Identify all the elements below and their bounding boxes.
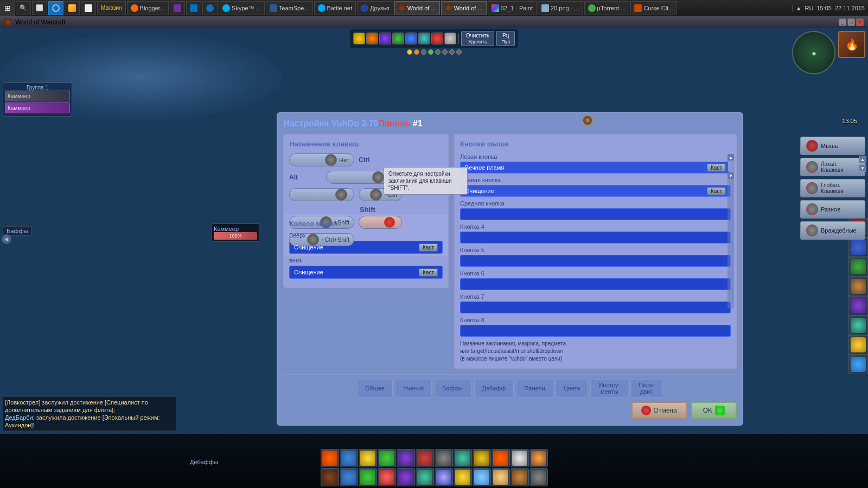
action-btn-9[interactable] bbox=[473, 449, 491, 467]
panel-close-button[interactable]: ✕ bbox=[582, 115, 593, 126]
rp-btn-local-keys[interactable]: Локал.Клавиши bbox=[800, 158, 865, 176]
scroll-arrow-up[interactable]: ▲ bbox=[727, 154, 734, 160]
scroll-thumb[interactable] bbox=[728, 161, 733, 172]
hud-icon-cross[interactable] bbox=[431, 33, 443, 44]
hud-dot-1[interactable] bbox=[407, 49, 412, 55]
action-btn-5[interactable] bbox=[397, 449, 415, 467]
action-btn-31[interactable] bbox=[510, 468, 529, 486]
taskbar-item-battlenet[interactable]: Battle.net bbox=[314, 1, 356, 15]
hud-icon-diamond[interactable] bbox=[379, 33, 391, 44]
action-btn-32[interactable] bbox=[529, 468, 548, 486]
tab-move[interactable]: Пере-двиг. bbox=[630, 379, 663, 397]
tab-general[interactable]: Общее bbox=[357, 379, 393, 397]
rp-btn-misc[interactable]: Разное bbox=[800, 200, 865, 219]
hud-clear-btn[interactable]: ОчиститьУдалить bbox=[461, 31, 495, 46]
key-input-red[interactable] bbox=[359, 216, 402, 229]
hud-icon-skull[interactable] bbox=[444, 33, 456, 44]
mouse-cast-btn-1[interactable]: Каст bbox=[707, 187, 726, 195]
taskbar-item-paint[interactable]: 02_1 - Paint bbox=[488, 1, 537, 15]
scroll-arrow-down[interactable]: ▼ bbox=[727, 172, 734, 179]
hud-dot-4[interactable] bbox=[428, 49, 433, 55]
maximize-button[interactable]: □ bbox=[847, 18, 855, 26]
minimize-button[interactable]: _ bbox=[839, 18, 846, 26]
unit-frame-1[interactable]: Каммеер bbox=[5, 91, 70, 101]
tab-skills[interactable]: Умения bbox=[395, 379, 432, 397]
mouse-btn-spell-7[interactable] bbox=[460, 325, 731, 337]
mouse-cast-btn-0[interactable]: Каст bbox=[707, 164, 726, 172]
mouse-btn-spell-1[interactable]: Очищение Каст bbox=[460, 185, 731, 197]
taskbar-item-wow2[interactable]: World of ... bbox=[441, 1, 487, 15]
hud-dot-6[interactable] bbox=[442, 49, 448, 55]
mouse-btn-spell-3[interactable] bbox=[460, 232, 731, 243]
hud-icon-star[interactable] bbox=[353, 33, 365, 44]
action-btn-22[interactable] bbox=[340, 468, 358, 486]
scroll-up-btn[interactable]: ▲ bbox=[859, 156, 866, 163]
taskbar-item-task[interactable]: ⬜ bbox=[32, 1, 47, 15]
taskbar-item-outlook[interactable] bbox=[186, 1, 201, 15]
hud-icon-moon[interactable] bbox=[418, 33, 430, 44]
hud-icon-triangle[interactable] bbox=[392, 33, 404, 44]
taskbar-item-curse[interactable]: Curse Cli... bbox=[630, 1, 676, 15]
action-btn-2[interactable] bbox=[340, 449, 358, 467]
action-btn-12[interactable] bbox=[529, 449, 548, 467]
rp-btn-hostile[interactable]: Враждебные bbox=[800, 221, 865, 240]
key-input-alt[interactable] bbox=[326, 171, 391, 184]
action-btn-21[interactable] bbox=[321, 468, 339, 486]
action-btn-3[interactable] bbox=[359, 449, 377, 467]
action-btn-11[interactable] bbox=[510, 449, 529, 467]
taskbar-item-onenote[interactable] bbox=[170, 1, 185, 15]
ra-icon-7[interactable] bbox=[848, 335, 868, 355]
action-btn-28[interactable] bbox=[454, 468, 472, 486]
mouse-btn-spell-0[interactable]: Вечное пламя Каст bbox=[460, 162, 731, 174]
tab-buffs[interactable]: Баффы bbox=[434, 379, 471, 397]
taskbar-item-explorer[interactable] bbox=[65, 1, 80, 15]
hud-pull-btn[interactable]: РцПул bbox=[496, 31, 515, 46]
hud-dot-2[interactable] bbox=[414, 49, 419, 55]
action-btn-29[interactable] bbox=[473, 468, 491, 486]
action-btn-25[interactable] bbox=[397, 468, 415, 486]
taskbar-item-wow1[interactable]: World of ... bbox=[394, 1, 440, 15]
cancel-button[interactable]: Отмена bbox=[631, 402, 687, 419]
portrait-frame[interactable]: 🔥 bbox=[838, 31, 865, 58]
ok-button[interactable]: OK bbox=[691, 402, 737, 419]
red-dot-icon[interactable] bbox=[384, 217, 395, 228]
taskbar-item-utorrent[interactable]: μTorrent ... bbox=[584, 1, 630, 15]
taskbar-item-skype[interactable]: Skype™ ... bbox=[219, 1, 265, 15]
taskbar-item-blogger[interactable]: Blogger... bbox=[127, 1, 169, 15]
hud-dot-7[interactable] bbox=[449, 49, 455, 55]
la-btn-1[interactable]: ◀ bbox=[2, 234, 11, 244]
ra-icon-4[interactable] bbox=[848, 277, 868, 296]
mouse-btn-spell-5[interactable] bbox=[460, 278, 731, 290]
hud-dot-3[interactable] bbox=[421, 49, 426, 55]
ra-icon-3[interactable] bbox=[848, 257, 868, 277]
hud-dot-5[interactable] bbox=[435, 49, 441, 55]
minimap[interactable]: ⬥ bbox=[792, 31, 835, 74]
key-input-none[interactable]: Нет bbox=[289, 153, 354, 166]
action-btn-1[interactable] bbox=[321, 449, 339, 467]
action-btn-10[interactable] bbox=[492, 449, 510, 467]
action-btn-4[interactable] bbox=[378, 449, 396, 467]
hud-icon-square[interactable] bbox=[405, 33, 417, 44]
action-btn-27[interactable] bbox=[435, 468, 453, 486]
wheel-up-cast-btn[interactable]: Каст bbox=[419, 243, 438, 252]
action-btn-23[interactable] bbox=[359, 468, 377, 486]
taskbar-item-store[interactable]: Магазин bbox=[97, 1, 126, 15]
taskbar-item-ie2[interactable] bbox=[202, 1, 218, 15]
wheel-down-spell[interactable]: Очищение Каст bbox=[289, 266, 443, 279]
ra-icon-5[interactable] bbox=[848, 296, 868, 316]
action-btn-7[interactable] bbox=[435, 449, 453, 467]
taskbar-item-mail[interactable] bbox=[81, 1, 96, 15]
tab-panels[interactable]: Панели bbox=[516, 379, 553, 397]
action-btn-6[interactable] bbox=[416, 449, 434, 467]
hud-icon-circle[interactable] bbox=[366, 33, 378, 44]
tab-colors[interactable]: Цвета bbox=[556, 379, 589, 397]
key-input-row2[interactable] bbox=[289, 188, 354, 201]
unit-frame-2[interactable]: Каммеер bbox=[5, 102, 70, 113]
wheel-down-cast-btn[interactable]: Каст bbox=[419, 268, 438, 277]
tab-tools[interactable]: Инстру-менты bbox=[590, 379, 628, 397]
ra-icon-8[interactable] bbox=[848, 355, 868, 374]
action-btn-26[interactable] bbox=[416, 468, 434, 486]
taskbar-item-png[interactable]: 20.png - ... bbox=[538, 1, 583, 15]
mouse-btn-spell-2[interactable] bbox=[460, 208, 731, 220]
mouse-btn-spell-6[interactable] bbox=[460, 301, 731, 313]
